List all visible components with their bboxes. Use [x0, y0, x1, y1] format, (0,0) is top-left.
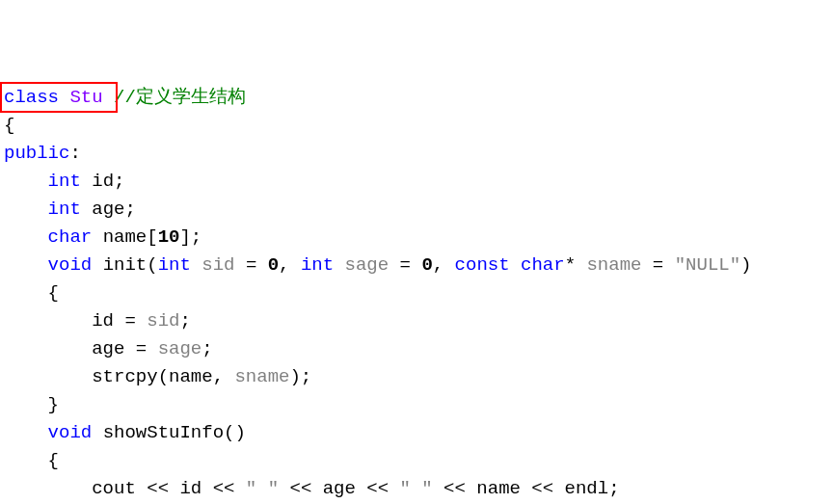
code-line: class Stu //定义学生结构 — [4, 87, 246, 108]
code-line: cout << id << ″ ″ << age << ″ ″ << name … — [4, 478, 620, 499]
code-line: age = sage; — [4, 338, 213, 359]
code-block: class Stu //定义学生结构 { public: int id; int… — [0, 28, 833, 504]
code-line: char name[10]; — [4, 226, 202, 248]
code-line: public: — [4, 143, 81, 164]
code-line: strcpy(name, sname); — [4, 366, 311, 387]
code-line: id = sid; — [4, 310, 191, 332]
code-line: { — [4, 282, 59, 304]
code-line: void init(int sid = 0, int sage = 0, con… — [4, 254, 752, 276]
code-line: { — [4, 450, 59, 471]
code-line: void showStuInfo() — [4, 422, 246, 443]
code-line: int age; — [4, 199, 136, 220]
code-line: int id; — [4, 171, 124, 192]
code-line: } — [4, 394, 59, 415]
code-line: { — [4, 115, 14, 136]
